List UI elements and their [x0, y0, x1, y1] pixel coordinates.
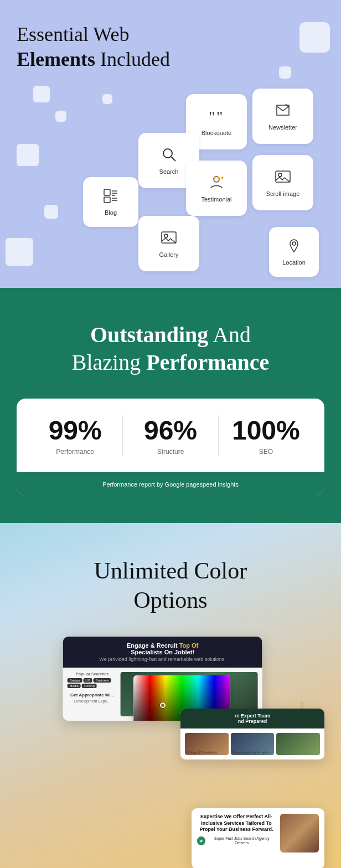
gallery-label: Gallery: [159, 251, 179, 258]
mockup-ter-body: Expertise We Offer Perfect All-Inclusive…: [192, 808, 324, 858]
perf-heading-perf: Performance: [146, 350, 269, 375]
perf-heading-blazing: Blazing: [72, 350, 141, 375]
tag-ux: UX: [83, 678, 92, 683]
testimonial-icon: ★★★: [208, 174, 225, 193]
perf-heading-bold: Outstanding: [90, 322, 208, 347]
svg-line-0: [286, 104, 289, 107]
scroll-image-label: Scroll image: [266, 190, 300, 197]
mockup-content-sub: Development Expe...: [68, 699, 117, 703]
mockup-content-title: Get Appropriate Wi...: [68, 693, 117, 698]
newsletter-icon: [275, 102, 291, 121]
svg-point-18: [292, 242, 296, 245]
svg-point-4: [278, 173, 282, 177]
score-performance: 99% Performance: [28, 415, 123, 456]
mockup-title-text: Engage & Recruit: [127, 642, 178, 649]
score-seo-value: 100%: [219, 415, 313, 446]
color-mockup-area: Engage & Recruit Top Of Specialists On J…: [11, 637, 330, 868]
colors-heading: Unlimited Color Options: [11, 556, 330, 614]
mockup-subtitle: Specialists On Joblet!: [131, 649, 194, 655]
blog-label: Blog: [105, 209, 117, 216]
sec-img-2: Developing & Information: [231, 733, 275, 755]
score-seo: 100% SEO: [219, 415, 313, 456]
performance-footer-text: Performance report by Google pagespeed i…: [102, 481, 239, 488]
element-card-testimonial: ★★★ Testimonial: [186, 161, 247, 216]
location-icon: [286, 238, 302, 256]
performance-footer: Performance report by Google pagespeed i…: [17, 472, 324, 495]
mockup-sec-body: Writing & Translation Developing & Infor…: [180, 728, 324, 760]
mockup-secondary: re Expert Team nd Prepared Writing & Tra…: [180, 709, 324, 760]
elements-heading: Essential Web Elements Included: [17, 22, 324, 72]
search-icon: [161, 146, 177, 165]
color-cursor: [160, 702, 166, 708]
ter-image: [280, 814, 319, 852]
mockup-body-text: We provided lightning-fast and remarkabl…: [71, 657, 255, 662]
svg-text:": ": [209, 108, 215, 124]
blog-icon: [103, 188, 118, 206]
gallery-icon: [161, 229, 177, 248]
tag-coding: Coding: [82, 684, 97, 688]
heading-bold: Elements: [17, 48, 95, 70]
svg-rect-9: [104, 189, 110, 195]
mockup-header: Engage & Recruit Top Of Specialists On J…: [63, 637, 262, 668]
ter-image-inner: [280, 814, 319, 852]
score-structure: 96% Structure: [123, 415, 218, 456]
element-card-newsletter: Newsletter: [252, 89, 313, 144]
svg-text:": ": [216, 108, 223, 124]
tag-row: Design UX Business Media Coding: [68, 678, 117, 688]
deco-square: [279, 66, 291, 79]
svg-point-5: [163, 149, 172, 158]
mockup-sec-header: re Expert Team nd Prepared: [180, 709, 324, 728]
tag-design: Design: [68, 678, 82, 683]
svg-point-17: [164, 234, 168, 237]
score-structure-value: 96%: [123, 415, 218, 446]
tag-media: Media: [68, 684, 81, 688]
blockquote-icon: " ": [208, 107, 225, 126]
ter-logo-icon: ★: [197, 836, 205, 845]
img-label-2: Developing & Information: [232, 751, 270, 754]
mockup-sec-title: re Expert Team nd Prepared: [186, 713, 319, 724]
sec-img-1: Writing & Translation: [185, 733, 229, 755]
scroll-image-icon: [275, 168, 291, 187]
score-seo-label: SEO: [219, 448, 313, 456]
colors-heading-line1: Unlimited Color: [94, 558, 247, 583]
colors-heading-line2: Options: [133, 587, 207, 613]
performance-card: 99% Performance 96% Structure 100% SEO P…: [17, 399, 324, 495]
element-card-scroll-image: Scroll image: [252, 155, 313, 210]
blockquote-label: Blockquote: [202, 130, 231, 136]
svg-rect-13: [104, 197, 110, 203]
performance-section: Outstanding And Blazing Performance 99% …: [0, 288, 341, 523]
img-label-1: Writing & Translation: [187, 751, 217, 754]
ter-logo: ★ Super Fast Jobs Search Agency Delivers: [197, 836, 276, 846]
elements-grid: Newsletter " " Blockquote Scroll image: [17, 89, 324, 288]
score-performance-label: Performance: [28, 448, 122, 456]
element-card-location: Location: [269, 227, 319, 277]
performance-scores: 99% Performance 96% Structure 100% SEO: [17, 399, 324, 472]
score-structure-label: Structure: [123, 448, 218, 456]
ter-text: Expertise We Offer Perfect All-Inclusive…: [197, 814, 276, 852]
location-label: Location: [282, 259, 306, 266]
sec-img-3: [276, 733, 320, 755]
ter-logo-text: Super Fast Jobs Search Agency Delivers: [208, 836, 276, 846]
tag-business: Business: [94, 678, 111, 683]
search-label: Search: [159, 168, 179, 175]
mockup-site-title: Engage & Recruit Top Of: [71, 642, 255, 649]
testimonial-label: Testimonial: [201, 196, 231, 203]
mockup-site-subtitle-row: Specialists On Joblet!: [71, 649, 255, 655]
mockup-highlight: Top Of: [179, 642, 199, 649]
performance-heading: Outstanding And Blazing Performance: [17, 321, 324, 376]
element-card-gallery: Gallery: [138, 216, 199, 271]
mockup-sec-images: Writing & Translation Developing & Infor…: [185, 733, 320, 755]
score-performance-value: 99%: [28, 415, 122, 446]
sidebar-heading: Popular Searches: [68, 672, 117, 676]
mockup-sidebar: Popular Searches Design UX Business Medi…: [68, 672, 117, 716]
deco-square: [299, 22, 330, 53]
svg-text:★★★: ★★★: [213, 175, 224, 180]
svg-line-6: [171, 157, 175, 161]
element-card-blog: Blog: [83, 177, 138, 227]
heading-normal: Essential Web: [17, 23, 129, 45]
mockup-tertiary: Expertise We Offer Perfect All-Inclusive…: [192, 808, 324, 868]
ter-title: Expertise We Offer Perfect All-Inclusive…: [197, 814, 276, 833]
elements-section: Essential Web Elements Included Newslett…: [0, 0, 341, 288]
perf-heading-mid: And: [213, 322, 251, 347]
heading-end: Included: [100, 48, 170, 70]
